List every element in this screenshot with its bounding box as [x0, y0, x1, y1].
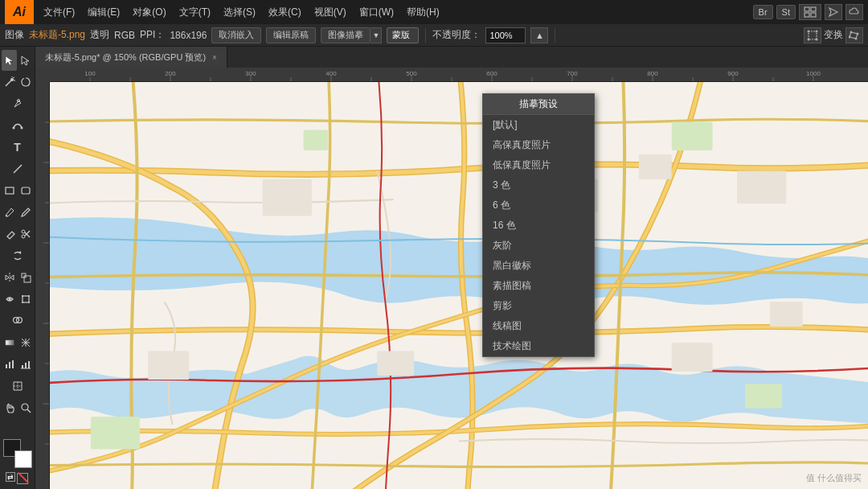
preset-3-color[interactable]: 3 色 [483, 175, 594, 195]
shape-tool-row [2, 180, 33, 201]
svg-point-38 [22, 295, 23, 297]
preset-lineart[interactable]: 线稿图 [483, 316, 594, 336]
magic-wand-tool[interactable] [2, 72, 17, 92]
rectangle-tool[interactable] [2, 180, 17, 201]
svg-text:700: 700 [567, 70, 578, 77]
type-tool[interactable]: T [2, 137, 33, 158]
tab-bar: 未标题-5.png* @ 150% (RGB/GPU 预览) × [35, 47, 868, 68]
svg-point-54 [22, 404, 28, 410]
send-icon[interactable] [825, 4, 842, 20]
svg-line-55 [27, 409, 31, 413]
svg-text:800: 800 [647, 70, 658, 77]
swap-colors-icon[interactable]: ⇄ [6, 472, 15, 482]
menu-object[interactable]: 对象(O) [126, 0, 172, 24]
svg-point-26 [6, 215, 7, 216]
menu-view[interactable]: 视图(V) [308, 0, 353, 24]
zoom-tool[interactable] [18, 397, 33, 418]
main-area: T [0, 47, 868, 489]
preset-bw-logo[interactable]: 黑白徽标 [483, 256, 594, 276]
pen-tool[interactable] [2, 93, 33, 114]
svg-rect-24 [6, 187, 14, 194]
tab-title: 未标题-5.png* @ 150% (RGB/GPU 预览) [45, 51, 206, 64]
colormode-label: RGB [114, 30, 135, 41]
cancel-embed-button[interactable]: 取消嵌入 [211, 27, 261, 43]
fill-stroke-swatch[interactable] [3, 439, 32, 468]
svg-line-27 [7, 236, 10, 239]
meng-dropdown[interactable]: 蒙版 [387, 27, 419, 43]
preset-default[interactable]: [默认] [483, 115, 594, 135]
image-trace-dropdown: 描摹预设 [默认] 高保真度照片 低保真度照片 3 色 6 色 16 色 灰阶 … [482, 93, 595, 357]
svg-text:1000: 1000 [806, 70, 821, 77]
svg-rect-101 [639, 154, 672, 179]
svg-point-39 [28, 295, 30, 297]
svg-point-7 [816, 30, 818, 32]
preset-silhouette[interactable]: 剪影 [483, 296, 594, 316]
menu-window[interactable]: 窗口(W) [353, 0, 400, 24]
gradient-tool[interactable] [2, 332, 17, 353]
preset-grayscale[interactable]: 灰阶 [483, 236, 594, 256]
opacity-input[interactable] [485, 27, 526, 43]
svg-rect-1 [811, 7, 816, 11]
reflect-tool[interactable] [2, 267, 17, 288]
image-trace-dropdown-arrow[interactable]: ▼ [371, 27, 382, 43]
opacity-up-btn[interactable]: ▲ [530, 27, 548, 43]
rotate-tool[interactable] [2, 245, 33, 266]
paintbrush-tool[interactable] [2, 202, 17, 223]
free-transform-icon[interactable] [845, 27, 863, 43]
eraser-tool[interactable] [2, 224, 17, 244]
save-cloud-icon[interactable] [845, 4, 863, 20]
direct-selection-tool[interactable] [18, 50, 33, 71]
transform-label: 变换 [824, 28, 843, 42]
svg-point-22 [20, 127, 23, 129]
slice-tool[interactable] [2, 376, 33, 397]
menu-effect[interactable]: 效果(C) [262, 0, 308, 24]
menu-right: Br St [753, 4, 863, 20]
menu-help[interactable]: 帮助(H) [400, 0, 446, 24]
preset-16-color[interactable]: 16 色 [483, 216, 594, 236]
workspace-icon[interactable] [799, 4, 821, 20]
svg-line-16 [13, 77, 14, 78]
svg-rect-111 [745, 384, 782, 409]
rounded-rect-tool[interactable] [18, 180, 33, 201]
tab-close-button[interactable]: × [212, 53, 217, 62]
left-toolbar: T [0, 47, 35, 489]
svg-point-6 [808, 30, 810, 32]
menu-select[interactable]: 选择(S) [217, 0, 262, 24]
column-chart-tool[interactable] [18, 354, 33, 375]
magic-wand-row [2, 72, 33, 92]
svg-marker-4 [829, 8, 837, 16]
selection-tool[interactable] [2, 50, 17, 71]
none-color-icon[interactable] [17, 473, 28, 484]
stock-button[interactable]: St [776, 5, 796, 19]
preset-high-fidelity[interactable]: 高保真度照片 [483, 135, 594, 155]
transform-icon-btn[interactable] [804, 27, 821, 43]
svg-rect-104 [377, 351, 414, 376]
svg-rect-50 [28, 361, 30, 368]
curvature-tool[interactable] [2, 115, 33, 136]
preset-low-fidelity[interactable]: 低保真度照片 [483, 155, 594, 175]
image-trace-button[interactable]: 图像描摹 [321, 27, 371, 43]
bridge-button[interactable]: Br [753, 5, 773, 19]
fill-swatch[interactable] [14, 450, 32, 468]
pencil-tool[interactable] [18, 202, 33, 223]
shape-builder-tool[interactable] [2, 310, 33, 331]
warp-row [2, 289, 33, 310]
free-transform-tool[interactable] [18, 289, 33, 310]
menu-edit[interactable]: 编辑(E) [81, 0, 126, 24]
preset-technical[interactable]: 技术绘图 [483, 336, 594, 356]
preset-6-color[interactable]: 6 色 [483, 195, 594, 216]
warp-tool[interactable] [2, 289, 17, 310]
chart-tool[interactable] [2, 354, 17, 375]
edit-original-button[interactable]: 编辑原稿 [266, 27, 316, 43]
line-tool[interactable] [2, 158, 33, 179]
mesh-tool[interactable] [18, 332, 33, 353]
svg-rect-44 [6, 340, 14, 345]
document-tab[interactable]: 未标题-5.png* @ 150% (RGB/GPU 预览) × [35, 47, 227, 68]
scale-tool[interactable] [18, 267, 33, 288]
scissors-tool[interactable] [18, 224, 33, 244]
menu-file[interactable]: 文件(F) [37, 0, 81, 24]
menu-text[interactable]: 文字(T) [173, 0, 217, 24]
hand-tool[interactable] [2, 397, 17, 418]
lasso-tool[interactable] [18, 72, 33, 92]
preset-sketched[interactable]: 素描图稿 [483, 276, 594, 296]
